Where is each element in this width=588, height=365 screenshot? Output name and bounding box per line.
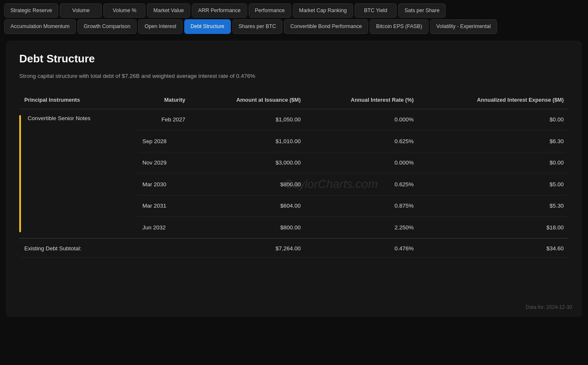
amount-cell: $800.00 [191, 217, 306, 239]
maturity-cell: Mar 2030 [137, 174, 191, 195]
rate-cell: 0.625% [306, 174, 419, 195]
nav-btn-volatility---experimental[interactable]: Volatility - Experimental [430, 19, 497, 33]
expense-cell: $5.30 [419, 195, 569, 217]
expense-cell: $0.00 [419, 109, 569, 131]
maturity-cell: Mar 2031 [137, 195, 191, 217]
maturity-cell: Sep 2028 [137, 131, 191, 152]
nav-btn-growth-comparison[interactable]: Growth Comparison [77, 19, 137, 33]
maturity-cell: Feb 2027 [137, 109, 191, 131]
nav-row-2: Accumulation MomentumGrowth ComparisonOp… [0, 19, 588, 35]
main-content: Debt Structure Strong capital structure … [6, 41, 582, 317]
data-date: Data for: 2024-12-30 [526, 304, 572, 310]
rate-cell: 0.000% [306, 109, 419, 131]
nav-btn-open-interest[interactable]: Open Interest [138, 19, 183, 33]
nav-btn-volume-%[interactable]: Volume % [103, 3, 145, 18]
instrument-label: Convertible Senior Notes [24, 115, 90, 121]
maturity-cell: Jun 2032 [137, 217, 191, 239]
rate-cell: 0.625% [306, 131, 419, 152]
nav-btn-market-value[interactable]: Market Value [147, 3, 190, 18]
expense-cell: $0.00 [419, 152, 569, 174]
instrument-cell: Convertible Senior Notes [19, 109, 137, 238]
col-header-amount: Amount at Issuance ($M) [191, 93, 306, 109]
rate-cell: 0.875% [306, 195, 419, 217]
table-header-row: Principal Instruments Maturity Amount at… [19, 93, 569, 109]
nav-btn-sats-per-share[interactable]: Sats per Share [398, 3, 446, 18]
rate-cell: 0.000% [306, 152, 419, 174]
subtotal-row: Existing Debt Subtotal:$7,264.000.476%$3… [19, 238, 569, 257]
subtotal-label: Existing Debt Subtotal: [19, 238, 137, 257]
nav-btn-market-cap-ranking[interactable]: Market Cap Ranking [293, 3, 353, 18]
nav-btn-accumulation-momentum[interactable]: Accumulation Momentum [4, 19, 76, 33]
subtitle: Strong capital structure with total debt… [19, 73, 569, 79]
nav-btn-strategic-reserve[interactable]: Strategic Reserve [4, 3, 58, 18]
amount-cell: $3,000.00 [191, 152, 306, 174]
page-title: Debt Structure [19, 52, 569, 65]
nav-row-1: Strategic ReserveVolumeVolume %Market Va… [0, 0, 588, 19]
nav-btn-volume[interactable]: Volume [60, 3, 102, 18]
nav-btn-bitcoin-eps-(fasb)[interactable]: Bitcoin EPS (FASB) [370, 19, 428, 33]
col-header-expense: Annualized Interest Expense ($M) [419, 93, 569, 109]
table-row: Convertible Senior NotesFeb 2027$1,050.0… [19, 109, 569, 131]
nav-btn-debt-structure[interactable]: Debt Structure [184, 19, 231, 33]
subtotal-amount: $7,264.00 [191, 238, 306, 257]
debt-table: Principal Instruments Maturity Amount at… [19, 93, 569, 258]
nav-btn-performance[interactable]: Performance [249, 3, 291, 18]
amount-cell: $800.00 [191, 174, 306, 195]
nav-btn-arr-performance[interactable]: ARR Performance [192, 3, 247, 18]
nav-btn-convertible-bond-performance[interactable]: Convertible Bond Performance [284, 19, 368, 33]
nav-btn-shares-per-btc[interactable]: Shares per BTC [232, 19, 283, 33]
col-header-maturity: Maturity [137, 93, 191, 109]
maturity-cell: Nov 2029 [137, 152, 191, 174]
amount-cell: $1,010.00 [191, 131, 306, 152]
expense-cell: $5.00 [419, 174, 569, 195]
nav-btn-btc-yield[interactable]: BTC Yield [355, 3, 397, 18]
amount-cell: $1,050.00 [191, 109, 306, 131]
rate-cell: 2.250% [306, 217, 419, 239]
subtotal-expense: $34.60 [419, 238, 569, 257]
subtotal-spacer [137, 238, 191, 257]
expense-cell: $6.30 [419, 131, 569, 152]
expense-cell: $18.00 [419, 217, 569, 239]
col-header-rate: Annual Interest Rate (%) [306, 93, 419, 109]
subtotal-rate: 0.476% [306, 238, 419, 257]
yellow-bar [19, 115, 21, 232]
col-header-instruments: Principal Instruments [19, 93, 137, 109]
table-container: Principal Instruments Maturity Amount at… [19, 93, 569, 258]
amount-cell: $604.00 [191, 195, 306, 217]
